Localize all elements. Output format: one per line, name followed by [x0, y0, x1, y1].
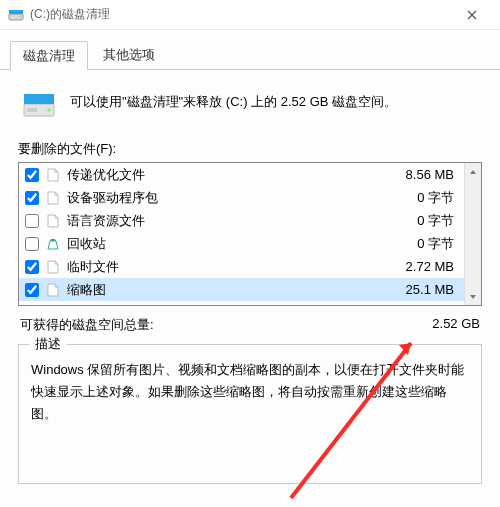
file-row-size: 2.72 MB: [388, 259, 458, 274]
file-row-name: 传递优化文件: [67, 166, 382, 184]
file-icon: [45, 167, 61, 183]
file-row-checkbox[interactable]: [25, 168, 39, 182]
file-row-checkbox[interactable]: [25, 237, 39, 251]
description-group: 描述 Windows 保留所有图片、视频和文档缩略图的副本，以便在打开文件夹时能…: [18, 344, 482, 484]
file-row-size: 0 字节: [388, 235, 458, 253]
file-list-row[interactable]: 回收站0 字节: [19, 232, 464, 255]
scroll-up-button[interactable]: [465, 163, 481, 180]
file-list-row[interactable]: 临时文件2.72 MB: [19, 255, 464, 278]
file-row-name: 设备驱动程序包: [67, 189, 382, 207]
file-row-checkbox[interactable]: [25, 214, 39, 228]
svg-point-2: [20, 16, 22, 18]
file-list-row[interactable]: 语言资源文件0 字节: [19, 209, 464, 232]
files-to-delete-list: 传递优化文件8.56 MB设备驱动程序包0 字节语言资源文件0 字节回收站0 字…: [18, 162, 482, 306]
file-row-checkbox[interactable]: [25, 260, 39, 274]
svg-marker-8: [399, 343, 411, 355]
tab-bar: 磁盘清理 其他选项: [0, 36, 500, 70]
recycle-bin-icon: [45, 236, 61, 252]
svg-rect-6: [27, 108, 37, 112]
tab-disk-cleanup[interactable]: 磁盘清理: [10, 41, 88, 70]
file-row-name: 缩略图: [67, 281, 382, 299]
total-space-label: 可获得的磁盘空间总量:: [20, 316, 154, 334]
title-bar: (C:)的磁盘清理: [0, 0, 500, 30]
drive-icon-large: [22, 88, 56, 122]
window-title: (C:)的磁盘清理: [30, 6, 452, 23]
file-row-name: 语言资源文件: [67, 212, 382, 230]
file-row-size: 0 字节: [388, 189, 458, 207]
svg-rect-1: [9, 10, 23, 14]
file-list-row[interactable]: 传递优化文件8.56 MB: [19, 163, 464, 186]
file-icon: [45, 282, 61, 298]
tab-other-options[interactable]: 其他选项: [90, 40, 168, 69]
scrollbar[interactable]: [464, 163, 481, 305]
files-to-delete-label: 要删除的文件(F):: [18, 140, 482, 158]
scroll-down-button[interactable]: [465, 288, 481, 305]
file-row-checkbox[interactable]: [25, 191, 39, 205]
svg-rect-4: [24, 94, 54, 104]
file-icon: [45, 213, 61, 229]
file-icon: [45, 190, 61, 206]
drive-icon: [8, 7, 24, 23]
file-row-name: 回收站: [67, 235, 382, 253]
file-row-size: 25.1 MB: [388, 282, 458, 297]
file-list-row[interactable]: 缩略图25.1 MB: [19, 278, 464, 301]
file-row-size: 8.56 MB: [388, 167, 458, 182]
file-list-row[interactable]: 设备驱动程序包0 字节: [19, 186, 464, 209]
intro-row: 可以使用"磁盘清理"来释放 (C:) 上的 2.52 GB 磁盘空间。: [22, 88, 478, 122]
description-legend: 描述: [29, 335, 67, 353]
file-icon: [45, 259, 61, 275]
total-space-row: 可获得的磁盘空间总量: 2.52 GB: [20, 316, 480, 334]
description-text: Windows 保留所有图片、视频和文档缩略图的副本，以便在打开文件夹时能快速显…: [31, 359, 469, 425]
close-button[interactable]: [452, 1, 492, 29]
svg-point-5: [47, 108, 50, 111]
intro-text: 可以使用"磁盘清理"来释放 (C:) 上的 2.52 GB 磁盘空间。: [70, 88, 397, 113]
file-row-checkbox[interactable]: [25, 283, 39, 297]
total-space-value: 2.52 GB: [432, 316, 480, 334]
file-row-size: 0 字节: [388, 212, 458, 230]
file-row-name: 临时文件: [67, 258, 382, 276]
